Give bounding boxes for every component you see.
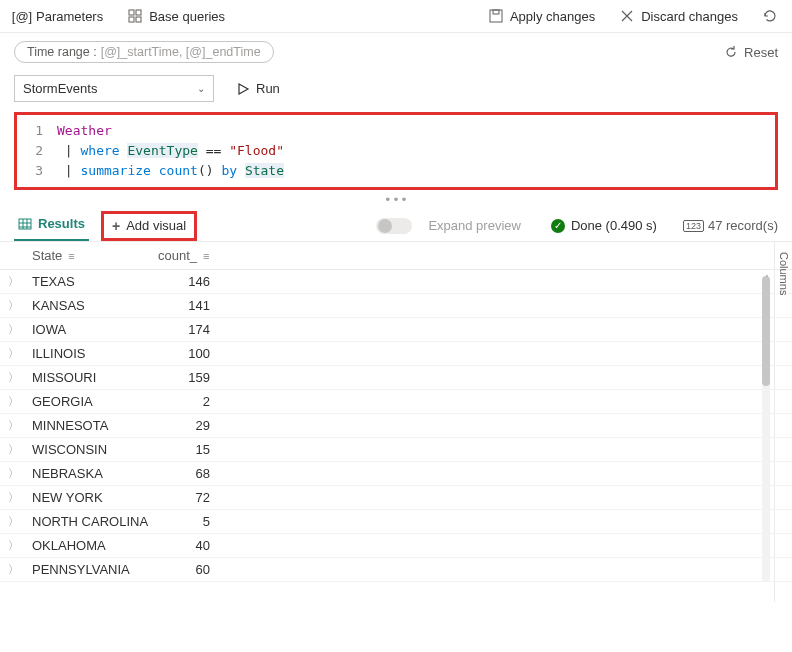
time-range-pill[interactable]: Time range : [@]_startTime, [@]_endTime <box>14 41 274 63</box>
discard-changes-label: Discard changes <box>641 9 738 24</box>
chevron-right-icon[interactable]: 〉 <box>8 394 32 409</box>
table-row[interactable]: 〉NEW YORK72 <box>0 486 792 510</box>
column-menu-icon[interactable]: ≡ <box>203 250 209 262</box>
tab-results[interactable]: Results <box>14 210 89 241</box>
top-toolbar: [@] Parameters Base queries Apply change… <box>0 0 792 33</box>
chevron-right-icon[interactable]: 〉 <box>8 298 32 313</box>
cell-count: 40 <box>158 538 220 553</box>
columns-panel-toggle[interactable]: Columns <box>774 242 792 602</box>
token-keyword: summarize <box>80 163 150 178</box>
scroll-thumb[interactable] <box>762 276 770 386</box>
add-visual-button[interactable]: + Add visual <box>101 211 197 241</box>
cell-state: MINNESOTA <box>32 418 158 433</box>
cell-count: 146 <box>158 274 220 289</box>
cell-count: 100 <box>158 346 220 361</box>
table-body[interactable]: 〉TEXAS146〉KANSAS141〉IOWA174〉ILLINOIS100〉… <box>0 270 792 592</box>
add-visual-label: Add visual <box>126 218 186 233</box>
chevron-right-icon[interactable]: 〉 <box>8 538 32 553</box>
token-string: "Flood" <box>229 143 284 158</box>
chevron-right-icon[interactable]: 〉 <box>8 514 32 529</box>
time-range-label: Time range : <box>27 45 97 59</box>
play-icon <box>236 82 250 96</box>
time-range-value: [@]_startTime, [@]_endTime <box>101 45 261 59</box>
table-row[interactable]: 〉NORTH CAROLINA5 <box>0 510 792 534</box>
svg-rect-2 <box>129 17 134 22</box>
chevron-right-icon[interactable]: 〉 <box>8 562 32 577</box>
datasource-value: StormEvents <box>23 81 97 96</box>
col-count-header[interactable]: count_ ≡ <box>158 248 220 263</box>
cell-state: GEORGIA <box>32 394 158 409</box>
token-table: Weather <box>57 123 112 138</box>
table-row[interactable]: 〉WISCONSIN15 <box>0 438 792 462</box>
token-func: count <box>159 163 198 178</box>
cell-state: ILLINOIS <box>32 346 158 361</box>
tab-results-label: Results <box>38 216 85 231</box>
save-icon <box>488 8 504 24</box>
table-row[interactable]: 〉OKLAHOMA40 <box>0 534 792 558</box>
table-header: State ≡ count_ ≡ <box>0 242 792 270</box>
time-range-row: Time range : [@]_startTime, [@]_endTime … <box>0 33 792 71</box>
cell-state: OKLAHOMA <box>32 538 158 553</box>
table-row[interactable]: 〉NEBRASKA68 <box>0 462 792 486</box>
refresh-icon <box>762 8 778 24</box>
token-keyword: by <box>214 163 245 178</box>
col-state-header[interactable]: State ≡ <box>32 248 158 263</box>
table-row[interactable]: 〉MISSOURI159 <box>0 366 792 390</box>
parameters-button[interactable]: [@] Parameters <box>14 8 103 24</box>
cell-state: MISSOURI <box>32 370 158 385</box>
chevron-right-icon[interactable]: 〉 <box>8 418 32 433</box>
code-area[interactable]: Weather | where EventType == "Flood" | s… <box>53 115 288 187</box>
cell-count: 15 <box>158 442 220 457</box>
token-column: EventType <box>127 143 197 158</box>
col-count-label: count_ <box>158 248 197 263</box>
column-menu-icon[interactable]: ≡ <box>68 250 74 262</box>
svg-rect-5 <box>493 10 499 14</box>
cell-state: WISCONSIN <box>32 442 158 457</box>
cell-count: 159 <box>158 370 220 385</box>
table-row[interactable]: 〉IOWA174 <box>0 318 792 342</box>
chevron-right-icon[interactable]: 〉 <box>8 466 32 481</box>
apply-changes-button[interactable]: Apply changes <box>488 8 595 24</box>
discard-changes-button[interactable]: Discard changes <box>619 8 738 24</box>
token-pipe: | <box>57 143 80 158</box>
table-row[interactable]: 〉KANSAS141 <box>0 294 792 318</box>
svg-rect-4 <box>490 10 502 22</box>
cell-count: 2 <box>158 394 220 409</box>
table-row[interactable]: 〉PENNSYLVANIA60 <box>0 558 792 582</box>
table-row[interactable]: 〉MINNESOTA29 <box>0 414 792 438</box>
chevron-right-icon[interactable]: 〉 <box>8 370 32 385</box>
reset-button[interactable]: Reset <box>724 45 778 60</box>
query-editor[interactable]: 1 2 3 Weather | where EventType == "Floo… <box>14 112 778 190</box>
chevron-right-icon[interactable]: 〉 <box>8 346 32 361</box>
vertical-scrollbar[interactable]: ▲ <box>762 272 772 572</box>
refresh-button[interactable] <box>762 8 778 24</box>
chevron-right-icon[interactable]: 〉 <box>8 442 32 457</box>
run-button[interactable]: Run <box>228 77 288 100</box>
table-row[interactable]: 〉GEORGIA2 <box>0 390 792 414</box>
svg-rect-1 <box>136 10 141 15</box>
chevron-down-icon: ⌄ <box>197 83 205 94</box>
datasource-dropdown[interactable]: StormEvents ⌄ <box>14 75 214 102</box>
chevron-right-icon[interactable]: 〉 <box>8 322 32 337</box>
splitter-handle[interactable]: • • • <box>0 196 792 206</box>
plus-icon: + <box>112 218 120 234</box>
line-gutter: 1 2 3 <box>17 115 53 187</box>
chevron-right-icon[interactable]: 〉 <box>8 274 32 289</box>
record-count-text: 47 record(s) <box>708 218 778 233</box>
run-label: Run <box>256 81 280 96</box>
table-row[interactable]: 〉TEXAS146 <box>0 270 792 294</box>
chevron-right-icon[interactable]: 〉 <box>8 490 32 505</box>
expand-preview-label: Expand preview <box>428 218 521 233</box>
cell-state: TEXAS <box>32 274 158 289</box>
svg-rect-3 <box>136 17 141 22</box>
columns-panel-label: Columns <box>778 252 790 295</box>
table-row[interactable]: 〉ILLINOIS100 <box>0 342 792 366</box>
expand-preview-toggle[interactable] <box>376 218 412 234</box>
cell-state: IOWA <box>32 322 158 337</box>
base-queries-button[interactable]: Base queries <box>127 8 225 24</box>
parameters-label: Parameters <box>36 9 103 24</box>
line-num: 3 <box>21 161 43 181</box>
token-keyword: where <box>80 143 119 158</box>
check-icon: ✓ <box>551 219 565 233</box>
status-text: Done (0.490 s) <box>571 218 657 233</box>
